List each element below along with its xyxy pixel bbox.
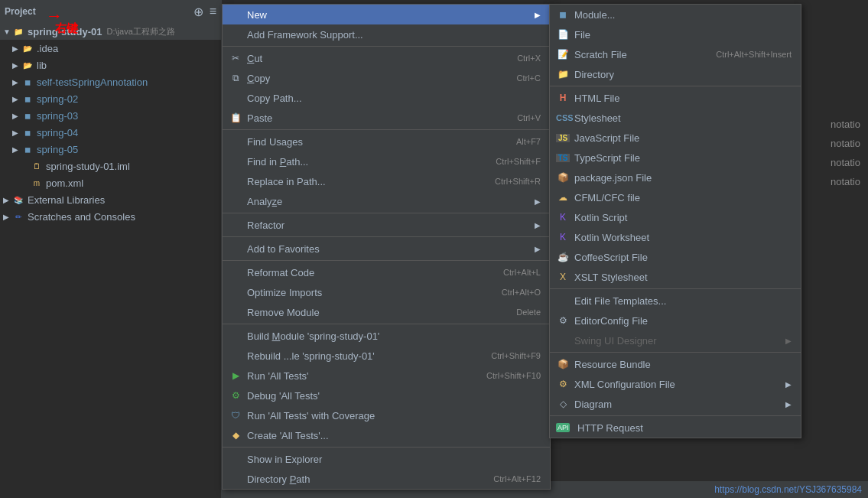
menu-item-rebuild[interactable]: Rebuild ...le 'spring-study-01' Ctrl+Shi…: [223, 346, 550, 366]
scratches-label: Scratches and Consoles: [28, 211, 135, 223]
diagram-icon: ◇: [556, 399, 570, 409]
submenu-edit-templates[interactable]: Edit File Templates...: [550, 291, 801, 311]
menu-item-dir-path[interactable]: Directory Path Ctrl+Alt+F12: [223, 469, 550, 489]
submenu-cfml[interactable]: ☁ CFML/CFC file: [550, 187, 801, 207]
menu-item-optimize[interactable]: Optimize Imports Ctrl+Alt+O: [223, 282, 550, 302]
submenu-ts[interactable]: TS TypeScript File: [550, 148, 801, 168]
tree-item-scratches[interactable]: ▶ ✏ Scratches and Consoles: [0, 208, 221, 225]
menu-item-reformat[interactable]: Reformat Code Ctrl+Alt+L: [223, 262, 550, 282]
tree-item-spring-02[interactable]: ▶ ◼ spring-02: [0, 90, 221, 107]
remove-module-label: Remove Module: [247, 307, 501, 318]
ext-libs-arrow: ▶: [3, 196, 12, 204]
tree-item-spring-04[interactable]: ▶ ◼ spring-04: [0, 124, 221, 141]
pkg-label: package.json File: [574, 172, 792, 184]
ext-libs-label: External Libraries: [28, 194, 105, 206]
submenu-editorconfig[interactable]: ⚙ EditorConfig File: [550, 311, 801, 330]
submenu-http-request[interactable]: API HTTP Request: [550, 418, 801, 438]
tree-item-pom[interactable]: ▶ m pom.xml: [0, 174, 221, 191]
editorconfig-icon: ⚙: [556, 315, 570, 326]
submenu-module[interactable]: ◼ Module...: [550, 5, 801, 24]
pom-label: pom.xml: [46, 177, 83, 189]
menu-item-replace-in-path[interactable]: Replace in Path... Ctrl+Shift+R: [223, 171, 550, 191]
submenu-kotlin-script[interactable]: K Kotlin Script: [550, 207, 801, 227]
spring03-label: spring-03: [37, 110, 78, 122]
find-path-label: Find in Path...: [247, 156, 480, 168]
menu-item-create-tests[interactable]: ◆ Create 'All Tests'...: [223, 425, 550, 445]
menu-item-show-explorer[interactable]: Show in Explorer: [223, 449, 550, 469]
menu-item-refactor[interactable]: Refactor ▶: [223, 215, 550, 235]
menu-item-build[interactable]: Build Module 'spring-study-01': [223, 326, 550, 346]
optimize-label: Optimize Imports: [247, 287, 486, 298]
menu-item-debug-tests[interactable]: ⚙ Debug 'All Tests': [223, 386, 550, 405]
submenu-xml-config[interactable]: ⚙ XML Configuration File ▶: [550, 374, 801, 394]
submenu-html[interactable]: H HTML File: [550, 88, 801, 108]
menu-item-paste[interactable]: 📋 Paste Ctrl+V: [223, 108, 550, 128]
menu-item-new[interactable]: New ▶: [223, 5, 550, 24]
kotlin-ws-icon: K: [556, 232, 570, 242]
lib-arrow: ▶: [12, 61, 21, 70]
idea-label: .idea: [37, 43, 58, 54]
submenu-js[interactable]: JS JavaScript File: [550, 128, 801, 148]
swing-label: Swing UI Designer: [574, 335, 779, 347]
find-usages-label: Find Usages: [247, 136, 501, 148]
iml-icon: 🗒: [31, 160, 43, 172]
sep-6: [223, 324, 550, 324]
menu-item-analyze[interactable]: Analyze ▶: [223, 191, 550, 211]
tree-item-lib[interactable]: ▶ 📂 lib: [0, 57, 221, 73]
submenu-file[interactable]: 📄 File: [550, 24, 801, 44]
menu-item-copy-path[interactable]: Copy Path...: [223, 88, 550, 108]
submenu-package-json[interactable]: 📦 package.json File: [550, 168, 801, 187]
submenu-coffeescript[interactable]: ☕ CoffeeScript File: [550, 247, 801, 267]
menu-item-run-coverage[interactable]: 🛡 Run 'All Tests' with Coverage: [223, 405, 550, 425]
submenu-stylesheet[interactable]: CSS Stylesheet: [550, 108, 801, 128]
run-tests-label: Run 'All Tests': [247, 370, 471, 382]
add-content-icon[interactable]: ⊕: [193, 5, 203, 19]
tree-item-self-test[interactable]: ▶ ◼ self-testSpringAnnotation: [0, 73, 221, 90]
analyze-arrow: ▶: [535, 197, 541, 206]
tree-item-spring-03[interactable]: ▶ ◼ spring-03: [0, 107, 221, 124]
find-usages-shortcut: Alt+F7: [516, 137, 541, 146]
refactor-arrow: ▶: [535, 221, 541, 229]
sidebar: Project ⊕ ≡ ▼ 📁 spring-study-01 D:\java工…: [0, 0, 222, 498]
self-test-icon: ◼: [21, 76, 34, 88]
sub-sep-4: [550, 415, 801, 416]
spring04-arrow: ▶: [12, 129, 21, 137]
submenu-swing-ui[interactable]: Swing UI Designer ▶: [550, 330, 801, 350]
scratch-shortcut: Ctrl+Alt+Shift+Insert: [716, 50, 792, 59]
sub-sep-2: [550, 288, 801, 289]
menu-item-find-usages[interactable]: Find Usages Alt+F7: [223, 132, 550, 151]
tree-item-ext-libs[interactable]: ▶ 📚 External Libraries: [0, 191, 221, 208]
project-root-item[interactable]: ▼ 📁 spring-study-01 D:\java工程师之路: [0, 23, 221, 40]
settings-icon[interactable]: ≡: [210, 5, 216, 19]
spring03-arrow: ▶: [12, 112, 21, 120]
submenu-resource-bundle[interactable]: 📦 Resource Bundle: [550, 354, 801, 374]
submenu-kotlin-worksheet[interactable]: K Kotlin Worksheet: [550, 227, 801, 247]
diagram-arrow: ▶: [785, 400, 792, 408]
url-text: https://blog.csdn.net/YSJ367635984: [714, 484, 862, 495]
tree-item-idea[interactable]: ▶ 📂 .idea: [0, 40, 221, 57]
menu-item-cut[interactable]: ✂ Cut Ctrl+X: [223, 48, 550, 68]
project-root-arrow: ▼: [3, 28, 12, 36]
swing-arrow: ▶: [785, 337, 792, 345]
tree-item-iml[interactable]: ▶ 🗒 spring-study-01.iml: [0, 158, 221, 174]
copy-icon: ⧉: [229, 73, 242, 83]
menu-item-copy[interactable]: ⧉ Copy Ctrl+C: [223, 68, 550, 88]
menu-item-find-in-path[interactable]: Find in Path... Ctrl+Shift+F: [223, 151, 550, 171]
refactor-label: Refactor: [247, 220, 528, 231]
create-tests-label: Create 'All Tests'...: [247, 430, 541, 441]
optimize-shortcut: Ctrl+Alt+O: [502, 288, 541, 297]
menu-item-add-framework[interactable]: Add Framework Support...: [223, 24, 550, 44]
module-label: Module...: [574, 9, 792, 21]
menu-item-run-tests[interactable]: ▶ Run 'All Tests' Ctrl+Shift+F10: [223, 366, 550, 386]
sidebar-header-icons: ⊕ ≡: [193, 5, 216, 19]
menu-item-remove-module[interactable]: Remove Module Delete: [223, 302, 550, 322]
js-label: JavaScript File: [574, 132, 792, 144]
submenu-xslt[interactable]: X XSLT Stylesheet: [550, 267, 801, 287]
tree-item-spring-05[interactable]: ▶ ◼ spring-05: [0, 141, 221, 158]
submenu-diagram[interactable]: ◇ Diagram ▶: [550, 394, 801, 414]
resource-label: Resource Bundle: [574, 359, 792, 370]
submenu-scratch[interactable]: 📝 Scratch File Ctrl+Alt+Shift+Insert: [550, 44, 801, 64]
dir-path-label: Directory Path: [247, 474, 478, 485]
submenu-directory[interactable]: 📁 Directory: [550, 64, 801, 84]
menu-item-add-favorites[interactable]: Add to Favorites ▶: [223, 239, 550, 259]
